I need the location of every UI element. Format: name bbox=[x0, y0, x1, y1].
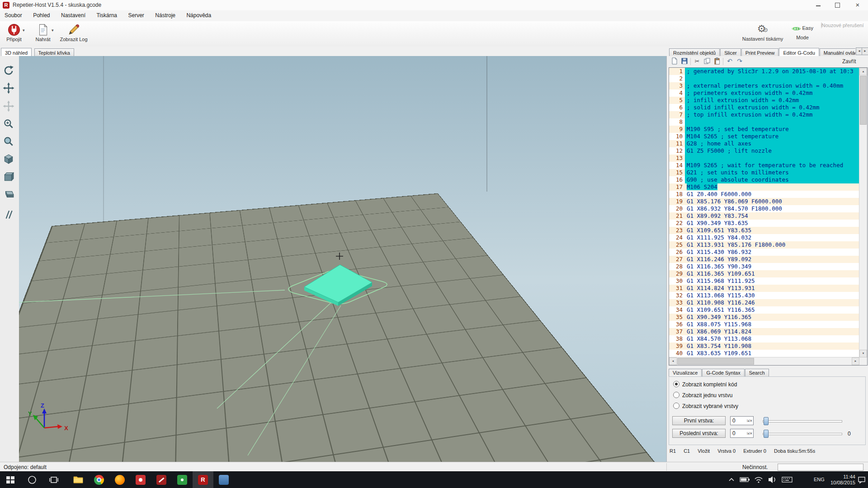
gcode-line-40[interactable]: 40G1 X83.635 Y109.651 bbox=[669, 350, 859, 357]
top-view-icon[interactable] bbox=[3, 189, 16, 203]
gcode-line-33[interactable]: 33G1 X110.908 Y116.246 bbox=[669, 299, 859, 306]
scroll-right-icon[interactable]: ► bbox=[852, 357, 859, 365]
gcode-line-11[interactable]: 11G28 ; home all axes bbox=[669, 140, 859, 147]
gcode-line-22[interactable]: 22G1 X90.349 Y83.635 bbox=[669, 220, 859, 227]
language-indicator[interactable]: ENG bbox=[814, 471, 825, 488]
connect-button[interactable]: Připojit ▾ bbox=[2, 23, 26, 42]
file-explorer-button[interactable] bbox=[68, 471, 89, 488]
cut-icon[interactable]: ✂ bbox=[693, 57, 701, 66]
menu-nastroje[interactable]: Nástroje bbox=[151, 10, 180, 20]
task-view-button[interactable] bbox=[43, 471, 64, 488]
gcode-line-17[interactable]: 17M106 S204 bbox=[669, 183, 859, 191]
first-layer-slider[interactable] bbox=[763, 416, 842, 425]
printer-settings-button[interactable]: ⚙⚙ Nastavení tiskárny bbox=[739, 23, 787, 42]
menu-pohled[interactable]: Pohled bbox=[28, 10, 54, 20]
gcode-line-20[interactable]: 20G1 X86.932 Y84.570 F1800.000 bbox=[669, 205, 859, 212]
zoom-in-icon[interactable] bbox=[3, 118, 16, 132]
gcode-line-8[interactable]: 8 bbox=[669, 118, 859, 126]
gcode-line-34[interactable]: 34G1 X109.651 Y116.365 bbox=[669, 306, 859, 314]
search-button[interactable] bbox=[22, 471, 42, 488]
vertical-scroll-thumb[interactable] bbox=[860, 76, 867, 125]
minimize-button[interactable] bbox=[809, 0, 827, 10]
menu-soubor[interactable]: Soubor bbox=[0, 10, 27, 20]
firefox-button[interactable] bbox=[109, 471, 130, 488]
gcode-line-19[interactable]: 19G1 X85.176 Y86.069 F6000.000 bbox=[669, 198, 859, 205]
radio-show-complete-code[interactable]: Zobrazit kompletní kód bbox=[673, 381, 737, 388]
editor-close-button[interactable]: Zavřít bbox=[842, 58, 856, 65]
tab-slicer[interactable]: Slicer bbox=[720, 48, 741, 56]
maximize-button[interactable] bbox=[828, 0, 846, 10]
tab-object-placement[interactable]: Rozmístění objektů bbox=[669, 48, 720, 56]
gcode-line-4[interactable]: 4; perimeters extrusion width = 0.42mm bbox=[669, 89, 859, 97]
tab-print-preview[interactable]: Print Preview bbox=[741, 48, 779, 56]
horizontal-scroll-thumb[interactable] bbox=[677, 358, 754, 365]
new-file-icon[interactable] bbox=[670, 57, 679, 66]
gcode-line-23[interactable]: 23G1 X109.651 Y83.635 bbox=[669, 227, 859, 234]
parallel-projection-icon[interactable] bbox=[3, 209, 16, 223]
tab-gcode-syntax[interactable]: G-Code Syntax bbox=[702, 369, 744, 376]
easy-mode-button[interactable]: EASY Easy Mode bbox=[788, 23, 816, 40]
gcode-line-21[interactable]: 21G1 X89.092 Y83.754 bbox=[669, 212, 859, 220]
menu-tiskarna[interactable]: Tiskárna bbox=[92, 10, 122, 20]
tray-expand-button[interactable] bbox=[727, 471, 737, 488]
radio-show-selected-layers[interactable]: Zobrazit vybrané vrstvy bbox=[673, 403, 738, 410]
gcode-editor[interactable]: 1; generated by Slic3r 1.2.9 on 2015-08-… bbox=[669, 67, 868, 366]
dark-red-app-button[interactable] bbox=[151, 471, 172, 488]
redo-icon[interactable]: ↷ bbox=[736, 57, 744, 66]
save-icon[interactable] bbox=[680, 57, 689, 66]
scroll-down-icon[interactable]: ▼ bbox=[859, 350, 867, 357]
gcode-line-5[interactable]: 5; infill extrusion width = 0.42mm bbox=[669, 97, 859, 104]
gcode-line-16[interactable]: 16G90 ; use absolute coordinates bbox=[669, 176, 859, 183]
gcode-line-3[interactable]: 3; external perimeters extrusion width =… bbox=[669, 82, 859, 89]
rotate-view-icon[interactable] bbox=[3, 65, 16, 79]
menu-napoveda[interactable]: Nápověda bbox=[182, 10, 216, 20]
spin-down-icon[interactable]: ▼ bbox=[750, 432, 752, 435]
blue-app-button[interactable] bbox=[213, 471, 234, 488]
gcode-line-32[interactable]: 32G1 X113.068 Y115.430 bbox=[669, 292, 859, 299]
gcode-line-7[interactable]: 7; top infill extrusion width = 0.42mm bbox=[669, 111, 859, 118]
connect-dropdown-icon[interactable]: ▾ bbox=[23, 28, 25, 33]
red-app-button[interactable] bbox=[130, 471, 151, 488]
spin-down-icon[interactable]: ▼ bbox=[750, 419, 752, 422]
gcode-line-10[interactable]: 10M104 S265 ; set temperature bbox=[669, 133, 859, 140]
front-view-icon[interactable] bbox=[3, 171, 16, 185]
last-layer-button[interactable]: Poslední vrstva: bbox=[672, 429, 726, 438]
scroll-left-icon[interactable]: ◄ bbox=[669, 357, 677, 365]
gcode-line-29[interactable]: 29G1 X116.365 Y109.651 bbox=[669, 270, 859, 277]
repetier-host-taskbar-button[interactable]: R bbox=[193, 471, 213, 488]
green-app-button[interactable] bbox=[172, 471, 193, 488]
gcode-line-27[interactable]: 27G1 X116.246 Y89.092 bbox=[669, 256, 859, 263]
gcode-line-12[interactable]: 12G1 Z5 F5000 ; lift nozzle bbox=[669, 147, 859, 155]
menu-nastaveni[interactable]: Nastavení bbox=[57, 10, 90, 20]
tab-manual-control[interactable]: Manuální ovládání bbox=[820, 48, 855, 56]
gcode-line-18[interactable]: 18G1 Z0.400 F6000.000 bbox=[669, 191, 859, 198]
taskbar-clock[interactable]: 11:44 10/08/2015 bbox=[829, 471, 855, 488]
gcode-line-1[interactable]: 1; generated by Slic3r 1.2.9 on 2015-08-… bbox=[669, 68, 859, 75]
gcode-line-36[interactable]: 36G1 X88.075 Y115.968 bbox=[669, 321, 859, 328]
gcode-line-24[interactable]: 24G1 X111.925 Y84.032 bbox=[669, 234, 859, 241]
close-button[interactable]: × bbox=[847, 0, 868, 10]
tab-search[interactable]: Search bbox=[745, 369, 769, 376]
slider-track[interactable] bbox=[763, 433, 842, 435]
show-log-button[interactable]: Zobrazit Log bbox=[58, 23, 90, 42]
scroll-up-icon[interactable]: ▲ bbox=[859, 68, 867, 75]
move-view-icon[interactable] bbox=[3, 82, 16, 97]
network-indicator[interactable] bbox=[753, 471, 764, 488]
gcode-line-9[interactable]: 9M190 S95 ; set bed temperature bbox=[669, 126, 859, 133]
slider-thumb[interactable] bbox=[764, 417, 769, 425]
battery-indicator[interactable] bbox=[740, 471, 750, 488]
paste-icon[interactable] bbox=[713, 57, 721, 66]
start-button[interactable] bbox=[0, 471, 21, 488]
action-center-button[interactable] bbox=[857, 471, 867, 488]
first-layer-button[interactable]: První vrstva: bbox=[672, 416, 726, 425]
menu-server[interactable]: Server bbox=[124, 10, 149, 20]
zoom-out-icon[interactable] bbox=[3, 136, 16, 150]
gcode-line-6[interactable]: 6; solid infill extrusion width = 0.42mm bbox=[669, 104, 859, 111]
horizontal-scrollbar[interactable]: ◄ ► bbox=[669, 357, 859, 365]
vertical-scrollbar[interactable]: ▲ ▼ bbox=[859, 68, 867, 357]
gcode-line-28[interactable]: 28G1 X116.365 Y90.349 bbox=[669, 263, 859, 270]
load-button[interactable]: Nahrát ▾ bbox=[32, 23, 54, 42]
gcode-line-31[interactable]: 31G1 X114.824 Y113.931 bbox=[669, 285, 859, 292]
tab-vizualizace[interactable]: Vizualizace bbox=[669, 369, 702, 377]
gcode-line-37[interactable]: 37G1 X86.069 Y114.824 bbox=[669, 328, 859, 335]
